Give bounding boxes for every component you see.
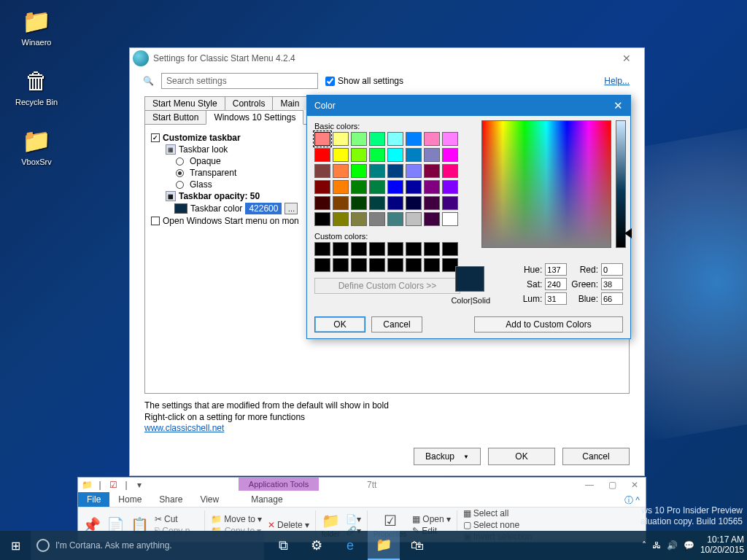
basic-color-swatch[interactable] bbox=[351, 148, 367, 162]
tab-controls[interactable]: Controls bbox=[225, 96, 274, 110]
cut-button[interactable]: ✂ Cut bbox=[155, 514, 198, 524]
add-custom-color-button[interactable]: Add to Custom Colors bbox=[474, 316, 623, 332]
tab-file[interactable]: File bbox=[78, 492, 109, 507]
task-view-button[interactable]: ⧉ bbox=[267, 531, 299, 560]
new-item-button[interactable]: 📄▾ bbox=[346, 514, 361, 524]
basic-color-swatch[interactable] bbox=[369, 196, 385, 210]
custom-color-swatch[interactable] bbox=[351, 258, 367, 272]
tab-main[interactable]: Main bbox=[272, 96, 307, 110]
basic-color-swatch[interactable] bbox=[314, 164, 330, 178]
hue-input[interactable] bbox=[545, 263, 567, 276]
delete-button[interactable]: ✕ Delete ▾ bbox=[268, 520, 309, 530]
custom-color-swatch[interactable] bbox=[369, 258, 385, 272]
desktop-icon-winaero[interactable]: 📁 Winaero bbox=[7, 6, 66, 47]
basic-color-swatch[interactable] bbox=[424, 164, 440, 178]
taskbar-color-value[interactable]: 422600 bbox=[245, 203, 282, 214]
green-input[interactable] bbox=[601, 278, 623, 290]
qat-dropdown-icon[interactable]: ▾ bbox=[133, 479, 145, 491]
color-ok-button[interactable]: OK bbox=[314, 316, 365, 332]
custom-color-swatch[interactable] bbox=[387, 258, 403, 272]
website-link[interactable]: www.classicshell.net bbox=[144, 423, 224, 433]
taskbar-app-explorer[interactable]: 📁 bbox=[368, 531, 400, 560]
basic-color-swatch[interactable] bbox=[351, 164, 367, 178]
basic-color-swatch[interactable] bbox=[387, 212, 403, 226]
cancel-button[interactable]: Cancel bbox=[562, 448, 630, 465]
basic-color-swatch[interactable] bbox=[442, 212, 458, 226]
tab-windows10-settings[interactable]: Windows 10 Settings bbox=[206, 110, 303, 125]
color-gradient-picker[interactable] bbox=[481, 120, 611, 248]
open-button[interactable]: ▦ Open ▾ bbox=[412, 514, 450, 524]
custom-color-swatch[interactable] bbox=[351, 242, 367, 256]
tab-share[interactable]: Share bbox=[150, 492, 191, 507]
basic-color-swatch[interactable] bbox=[442, 132, 458, 146]
tray-volume-icon[interactable]: 🔊 bbox=[667, 540, 678, 551]
basic-color-swatch[interactable] bbox=[424, 212, 440, 226]
basic-color-swatch[interactable] bbox=[351, 212, 367, 226]
custom-color-swatch[interactable] bbox=[424, 242, 440, 256]
basic-color-swatch[interactable] bbox=[424, 180, 440, 194]
taskbar-app-store[interactable]: 🛍 bbox=[401, 531, 433, 560]
color-picker-button[interactable]: … bbox=[285, 203, 298, 214]
taskbar-app-edge[interactable]: e bbox=[334, 531, 366, 560]
tray-chevron-icon[interactable]: ˄ bbox=[642, 540, 646, 551]
desktop-icon-recycle-bin[interactable]: 🗑 Recycle Bin bbox=[7, 66, 66, 106]
basic-color-swatch[interactable] bbox=[406, 180, 422, 194]
basic-color-swatch[interactable] bbox=[369, 212, 385, 226]
color-cancel-button[interactable]: Cancel bbox=[371, 316, 422, 332]
basic-color-swatch[interactable] bbox=[406, 132, 422, 146]
basic-color-swatch[interactable] bbox=[351, 132, 367, 146]
basic-color-swatch[interactable] bbox=[333, 180, 349, 194]
close-icon[interactable]: ✕ bbox=[624, 480, 646, 490]
close-icon[interactable]: ✕ bbox=[612, 52, 641, 64]
show-all-checkbox[interactable]: Show all settings bbox=[325, 76, 403, 86]
tray-network-icon[interactable]: 🖧 bbox=[652, 540, 661, 551]
basic-color-swatch[interactable] bbox=[442, 180, 458, 194]
basic-color-swatch[interactable] bbox=[351, 180, 367, 194]
checkbox-icon[interactable] bbox=[151, 217, 160, 225]
basic-color-swatch[interactable] bbox=[314, 132, 330, 146]
search-input[interactable]: Search settings bbox=[161, 73, 318, 89]
basic-color-swatch[interactable] bbox=[387, 148, 403, 162]
tab-view[interactable]: View bbox=[191, 492, 228, 507]
desktop-icon-vboxsrv[interactable]: 📁 VboxSrv bbox=[7, 125, 66, 166]
blue-input[interactable] bbox=[601, 292, 623, 305]
close-icon[interactable]: ✕ bbox=[614, 99, 623, 112]
basic-color-swatch[interactable] bbox=[406, 196, 422, 210]
basic-color-swatch[interactable] bbox=[351, 196, 367, 210]
minimize-icon[interactable]: — bbox=[578, 480, 601, 490]
tab-start-menu-style[interactable]: Start Menu Style bbox=[144, 96, 225, 110]
basic-color-swatch[interactable] bbox=[369, 180, 385, 194]
checkbox-icon[interactable]: ✓ bbox=[151, 133, 160, 142]
luminance-arrow-icon[interactable] bbox=[624, 228, 632, 238]
taskbar-clock[interactable]: 10:17 AM 10/20/2015 bbox=[700, 535, 744, 556]
folder-icon[interactable]: 📁 bbox=[81, 479, 93, 491]
custom-color-swatch[interactable] bbox=[442, 242, 458, 256]
basic-color-swatch[interactable] bbox=[406, 212, 422, 226]
tab-home[interactable]: Home bbox=[109, 492, 150, 507]
custom-color-swatch[interactable] bbox=[314, 242, 330, 256]
select-all-button[interactable]: ▦ Select all bbox=[463, 508, 533, 518]
taskbar-app-settings[interactable]: ⚙ bbox=[301, 531, 333, 560]
color-dialog-titlebar[interactable]: Color ✕ bbox=[307, 96, 630, 116]
basic-color-swatch[interactable] bbox=[387, 164, 403, 178]
basic-color-swatch[interactable] bbox=[369, 132, 385, 146]
basic-color-swatch[interactable] bbox=[442, 196, 458, 210]
basic-color-swatch[interactable] bbox=[369, 164, 385, 178]
titlebar[interactable]: Settings for Classic Start Menu 4.2.4 ✕ bbox=[130, 48, 644, 69]
basic-color-swatch[interactable] bbox=[314, 196, 330, 210]
basic-color-swatch[interactable] bbox=[314, 212, 330, 226]
basic-color-swatch[interactable] bbox=[442, 164, 458, 178]
maximize-icon[interactable]: ▢ bbox=[601, 480, 624, 490]
cortana-search[interactable]: I'm Cortana. Ask me anything. bbox=[31, 531, 264, 560]
basic-color-swatch[interactable] bbox=[387, 196, 403, 210]
basic-color-swatch[interactable] bbox=[369, 148, 385, 162]
basic-color-swatch[interactable] bbox=[406, 148, 422, 162]
tray-notifications-icon[interactable]: 💬 bbox=[684, 540, 694, 551]
basic-color-swatch[interactable] bbox=[333, 212, 349, 226]
basic-color-swatch[interactable] bbox=[424, 132, 440, 146]
help-link[interactable]: Help... bbox=[604, 76, 630, 86]
custom-color-swatch[interactable] bbox=[314, 258, 330, 272]
custom-color-swatch[interactable] bbox=[333, 258, 349, 272]
basic-color-swatch[interactable] bbox=[424, 148, 440, 162]
basic-color-swatch[interactable] bbox=[424, 196, 440, 210]
